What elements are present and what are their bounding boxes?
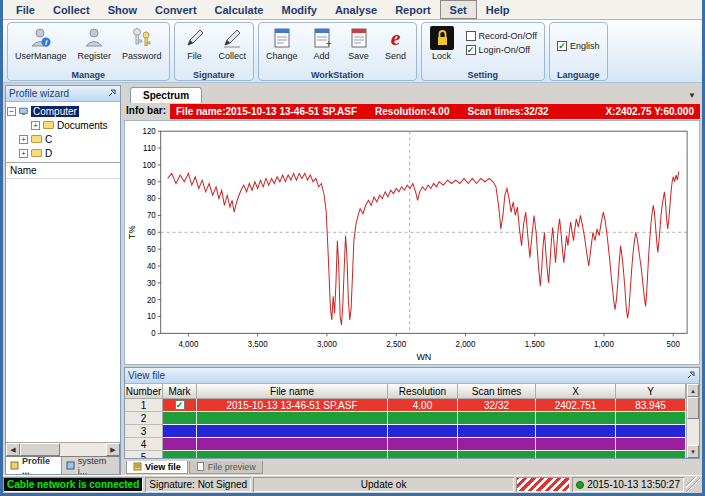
cell-mark[interactable] (163, 412, 197, 425)
menu-calculate[interactable]: Calculate (206, 0, 273, 19)
send-button[interactable]: e Send (381, 24, 411, 62)
cell-resolution[interactable] (388, 438, 458, 451)
cell-mark[interactable]: ✓ (163, 399, 197, 412)
cell-y[interactable] (616, 425, 686, 438)
cell-y[interactable] (616, 412, 686, 425)
table-row[interactable]: 2 (125, 412, 686, 425)
vertical-scrollbar[interactable]: ▲ ▼ (686, 384, 699, 458)
cell-y[interactable] (616, 438, 686, 451)
table-row[interactable]: 1✓2015-10-13 13-46-51 SP.ASF4.0032/32240… (125, 399, 686, 412)
register-button[interactable]: Register (76, 24, 114, 62)
cell-resolution[interactable]: 4.00 (388, 399, 458, 412)
login-onoff-checkbox[interactable]: ✓ Login-On/Off (466, 45, 537, 55)
cell-mark[interactable] (163, 438, 197, 451)
password-button[interactable]: Password (120, 24, 164, 62)
signature-file-button[interactable]: File (180, 24, 210, 62)
scroll-right-icon[interactable]: ▶ (106, 443, 120, 456)
cell-x[interactable] (536, 438, 616, 451)
tab-spectrum[interactable]: Spectrum (130, 87, 202, 103)
pin-icon[interactable] (108, 88, 117, 99)
signature-collect-button[interactable]: Collect (217, 24, 249, 62)
english-checkbox[interactable]: ✓ English (557, 41, 600, 51)
menu-report[interactable]: Report (386, 0, 439, 19)
col-scan-times[interactable]: Scan times (458, 384, 536, 399)
cell-number[interactable]: 1 (125, 399, 163, 412)
lock-button[interactable]: Lock (427, 24, 457, 62)
menu-show[interactable]: Show (99, 0, 146, 19)
spectrum-chart[interactable]: 01020304050607080901001101204,0003,5003,… (124, 120, 700, 365)
cell-x[interactable] (536, 451, 616, 458)
tree-item-documents[interactable]: + Documents (31, 118, 119, 132)
col-file-name[interactable]: File name (197, 384, 388, 399)
cell-number[interactable]: 4 (125, 438, 163, 451)
chevron-down-icon[interactable]: ▼ (688, 91, 696, 100)
col-mark[interactable]: Mark (163, 384, 197, 399)
cell-x[interactable] (536, 412, 616, 425)
menu-modify[interactable]: Modify (272, 0, 325, 19)
menu-analyse[interactable]: Analyse (326, 0, 386, 19)
change-button[interactable]: Change (264, 24, 300, 62)
cell-resolution[interactable] (388, 412, 458, 425)
cell-resolution[interactable] (388, 425, 458, 438)
cell-mark[interactable] (163, 425, 197, 438)
cell-scan_times[interactable] (458, 425, 536, 438)
col-x[interactable]: X (536, 384, 616, 399)
tab-view-file[interactable]: View file (126, 461, 188, 474)
tree-item-drive-d[interactable]: + D (19, 146, 119, 160)
tab-profile[interactable]: Profile ... (6, 457, 62, 474)
cell-scan_times[interactable]: 32/32 (458, 399, 536, 412)
cell-y[interactable] (616, 451, 686, 458)
cell-x[interactable] (536, 425, 616, 438)
scroll-up-icon[interactable]: ▲ (687, 384, 699, 397)
save-button[interactable]: Save (344, 24, 374, 62)
mark-checked-icon[interactable]: ✓ (175, 400, 185, 410)
scrollbar-thumb[interactable] (687, 397, 699, 419)
cell-number[interactable]: 2 (125, 412, 163, 425)
tab-file-preview[interactable]: File preview (189, 461, 263, 474)
cell-x[interactable]: 2402.751 (536, 399, 616, 412)
scrollbar-thumb[interactable] (20, 443, 60, 456)
col-y[interactable]: Y (616, 384, 686, 399)
table-row[interactable]: 3 (125, 425, 686, 438)
usermanage-button[interactable]: i UserManage (13, 24, 69, 62)
scroll-left-icon[interactable]: ◀ (6, 443, 20, 456)
cell-number[interactable]: 3 (125, 425, 163, 438)
cell-scan_times[interactable] (458, 438, 536, 451)
record-onoff-checkbox[interactable]: Record-On/Off (466, 31, 537, 41)
menu-collect[interactable]: Collect (44, 0, 99, 19)
resize-grip[interactable] (686, 477, 700, 492)
horizontal-scrollbar[interactable]: ◀ ▶ (6, 442, 120, 456)
menu-set[interactable]: Set (440, 0, 477, 19)
cell-scan_times[interactable] (458, 451, 536, 458)
col-number[interactable]: Number (125, 384, 163, 399)
menu-file[interactable]: File (7, 0, 44, 19)
table-row[interactable]: 5 (125, 451, 686, 458)
menu-convert[interactable]: Convert (146, 0, 206, 19)
expand-icon[interactable]: + (19, 149, 28, 158)
scroll-down-icon[interactable]: ▼ (687, 445, 699, 458)
cell-file_name[interactable]: 2015-10-13 13-46-51 SP.ASF (197, 399, 388, 412)
cell-file_name[interactable] (197, 425, 388, 438)
tree-item-drive-c[interactable]: + C (19, 132, 119, 146)
tab-system[interactable]: system i... (62, 457, 120, 474)
tree-item-computer[interactable]: − Computer (7, 104, 119, 118)
expand-icon[interactable]: + (31, 121, 40, 130)
pin-icon[interactable] (687, 370, 696, 381)
bottom-tab-bar: View file File preview (124, 459, 700, 475)
cell-y[interactable]: 83.945 (616, 399, 686, 412)
cell-file_name[interactable] (197, 451, 388, 458)
expand-icon[interactable]: + (19, 135, 28, 144)
add-button[interactable]: + Add (307, 24, 337, 62)
cell-file_name[interactable] (197, 438, 388, 451)
network-status: Cable network is connected (3, 477, 143, 492)
collapse-icon[interactable]: − (7, 107, 16, 116)
cell-mark[interactable] (163, 451, 197, 458)
cell-number[interactable]: 5 (125, 451, 163, 458)
spectrum-plot[interactable]: 01020304050607080901001101204,0003,5003,… (125, 121, 699, 364)
menu-help[interactable]: Help (477, 0, 519, 19)
cell-scan_times[interactable] (458, 412, 536, 425)
col-resolution[interactable]: Resolution (388, 384, 458, 399)
cell-file_name[interactable] (197, 412, 388, 425)
table-row[interactable]: 4 (125, 438, 686, 451)
cell-resolution[interactable] (388, 451, 458, 458)
